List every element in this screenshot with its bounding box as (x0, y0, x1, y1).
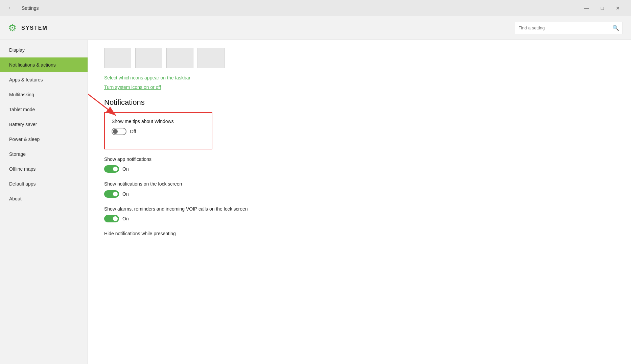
sidebar-item-apps[interactable]: Apps & features (0, 72, 88, 87)
sidebar-item-power[interactable]: Power & sleep (0, 132, 88, 147)
lock-screen-notifications-knob (113, 192, 118, 196)
alarms-notifications-knob (113, 216, 118, 221)
app-notifications-row: Show app notifications On (104, 156, 615, 173)
lock-screen-notifications-toggle[interactable] (104, 190, 119, 198)
app-header: ⚙ SYSTEM 🔍 (0, 16, 631, 40)
sidebar-item-offline[interactable]: Offline maps (0, 162, 88, 176)
alarms-notifications-label: Show alarms, reminders and incoming VOIP… (104, 206, 615, 213)
title-bar-title: Settings (22, 5, 39, 11)
tips-toggle-row: Show me tips about Windows Off (112, 118, 205, 135)
app-notifications-toggle[interactable] (104, 165, 119, 173)
window-controls: — □ ✕ (579, 0, 626, 16)
lock-screen-notifications-row: Show notifications on the lock screen On (104, 181, 615, 198)
sidebar-item-default[interactable]: Default apps (0, 176, 88, 191)
quick-action-btn-1[interactable] (104, 48, 131, 68)
lock-screen-notifications-label: Show notifications on the lock screen (104, 181, 615, 188)
sidebar-item-display[interactable]: Display (0, 43, 88, 57)
tips-toggle-state: Off (130, 129, 136, 134)
app-notifications-knob (113, 167, 118, 171)
app-title: SYSTEM (21, 25, 48, 31)
alarms-notifications-container: On (104, 215, 615, 222)
tips-toggle-label: Show me tips about Windows (112, 118, 205, 125)
lock-screen-notifications-container: On (104, 190, 615, 198)
app-notifications-state: On (122, 166, 129, 172)
taskbar-icons-link[interactable]: Select which icons appear on the taskbar (104, 75, 615, 80)
content-area: Select which icons appear on the taskbar… (88, 40, 631, 364)
quick-action-btn-3[interactable] (166, 48, 193, 68)
gear-icon: ⚙ (8, 22, 17, 33)
tips-toggle-knob (113, 129, 118, 134)
app-notifications-label: Show app notifications (104, 156, 615, 163)
maximize-button[interactable]: □ (594, 0, 610, 16)
alarms-notifications-toggle[interactable] (104, 215, 119, 222)
app-notifications-container: On (104, 165, 615, 173)
sidebar-item-battery[interactable]: Battery saver (0, 117, 88, 132)
close-button[interactable]: ✕ (610, 0, 626, 16)
system-icons-link[interactable]: Turn system icons on or off (104, 84, 615, 90)
tips-toggle-highlighted-box: Show me tips about Windows Off (104, 112, 212, 149)
back-button[interactable]: ← (5, 3, 16, 14)
minimize-button[interactable]: — (579, 0, 594, 16)
alarms-notifications-row: Show alarms, reminders and incoming VOIP… (104, 206, 615, 223)
sidebar-item-multitasking[interactable]: Multitasking (0, 87, 88, 102)
tips-toggle-container: Off (112, 128, 205, 135)
annotation-wrapper: Show me tips about Windows Off (104, 112, 615, 156)
quick-action-btn-2[interactable] (135, 48, 162, 68)
sidebar-item-notifications[interactable]: Notifications & actions (0, 57, 88, 72)
search-box: 🔍 (515, 22, 623, 34)
lock-screen-notifications-state: On (122, 191, 129, 197)
sidebar-item-storage[interactable]: Storage (0, 147, 88, 162)
title-bar: ← Settings — □ ✕ (0, 0, 631, 16)
presenting-notifications-row: Hide notifications while presenting (104, 230, 615, 237)
quick-action-btn-4[interactable] (197, 48, 225, 68)
quick-action-buttons (104, 40, 615, 75)
notifications-section-title: Notifications (104, 98, 615, 107)
sidebar: Display Notifications & actions Apps & f… (0, 40, 88, 364)
alarms-notifications-state: On (122, 216, 129, 221)
search-input[interactable] (518, 25, 612, 30)
main-layout: Display Notifications & actions Apps & f… (0, 40, 631, 364)
presenting-notifications-label: Hide notifications while presenting (104, 230, 615, 237)
search-icon: 🔍 (612, 25, 619, 31)
sidebar-item-about[interactable]: About (0, 191, 88, 206)
tips-toggle-switch[interactable] (112, 128, 126, 135)
sidebar-item-tablet[interactable]: Tablet mode (0, 102, 88, 117)
